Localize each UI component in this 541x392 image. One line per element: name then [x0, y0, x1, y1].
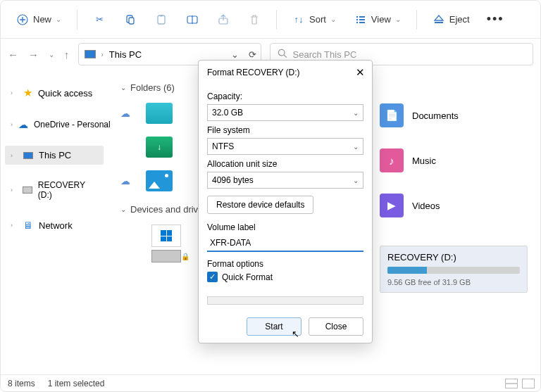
- volume-label-input[interactable]: [207, 235, 363, 252]
- chevron-right-icon: ›: [11, 186, 17, 194]
- drive-capacity-bar: [387, 267, 520, 274]
- filesystem-value: NTFS: [212, 141, 234, 151]
- copy-button[interactable]: [117, 9, 144, 30]
- close-button[interactable]: ✕: [356, 66, 365, 79]
- breadcrumb-location: This PC: [109, 49, 142, 60]
- drive-name: RECOVERY (D:): [387, 252, 520, 263]
- chevron-down-icon: ⌄: [330, 15, 336, 23]
- up-button[interactable]: ↑: [64, 49, 70, 61]
- quick-format-row[interactable]: ✓ Quick Format: [207, 272, 363, 282]
- tiles-view-button[interactable]: [522, 379, 535, 388]
- video-icon: ▶: [380, 194, 404, 217]
- svg-rect-10: [359, 19, 365, 20]
- alloc-select[interactable]: 4096 bytes ⌄: [207, 172, 363, 189]
- download-icon: ↓: [157, 142, 161, 152]
- sidebar-item-quick-access[interactable]: › ★ Quick access: [5, 82, 104, 103]
- ssd-tile[interactable]: [151, 250, 181, 263]
- svg-point-14: [278, 49, 285, 56]
- filesystem-select[interactable]: NTFS ⌄: [207, 138, 363, 155]
- star-icon: ★: [23, 87, 32, 99]
- eject-icon: [433, 13, 445, 26]
- delete-button[interactable]: [241, 9, 268, 30]
- svg-point-7: [356, 15, 358, 17]
- recovery-drive-card[interactable]: RECOVERY (D:) 9.56 GB free of 31.9 GB: [380, 246, 528, 293]
- forward-button[interactable]: →: [28, 49, 39, 61]
- item-label: Music: [412, 156, 436, 166]
- back-button[interactable]: ←: [8, 49, 18, 61]
- svg-point-9: [356, 18, 358, 20]
- sidebar-item-recovery[interactable]: › RECOVERY (D:): [5, 176, 104, 204]
- chevron-right-icon: ›: [101, 51, 104, 58]
- alloc-value: 4096 bytes: [212, 175, 254, 185]
- search-placeholder: Search This PC: [293, 49, 357, 60]
- quick-format-label: Quick Format: [222, 272, 273, 282]
- paste-button[interactable]: [148, 9, 175, 30]
- documents-icon: 📄: [380, 103, 404, 127]
- desktop-folder[interactable]: [146, 103, 173, 124]
- refresh-button[interactable]: ⟳: [249, 49, 256, 60]
- plus-icon: [16, 13, 29, 26]
- right-panel: 📄 Documents ♪ Music ▶ Videos RECOVERY (D…: [380, 103, 528, 293]
- format-dialog: Format RECOVERY (D:) ✕ Capacity: 32.0 GB…: [198, 60, 373, 343]
- sidebar-item-network[interactable]: › 🖥 Network: [5, 215, 104, 235]
- chevron-down-icon: ⌄: [120, 206, 126, 213]
- new-button[interactable]: New ⌄: [9, 9, 68, 30]
- share-button[interactable]: [210, 9, 237, 30]
- chevron-right-icon: ›: [11, 222, 18, 229]
- close-dialog-button[interactable]: Close: [309, 317, 363, 336]
- chevron-down-icon: ⌄: [395, 15, 401, 23]
- nav-arrows: ← → ⌄ ↑: [8, 49, 70, 61]
- view-button[interactable]: View ⌄: [347, 9, 408, 30]
- toolbar: New ⌄ ✂ ↑↓ Sort ⌄ View ⌄ Eject •••: [1, 1, 540, 39]
- music-icon: ♪: [380, 148, 404, 172]
- filesystem-label: File system: [207, 125, 363, 135]
- music-folder[interactable]: ♪ Music: [380, 148, 528, 172]
- chevron-down-icon: ⌄: [353, 143, 359, 151]
- section-label: Folders (6): [130, 82, 175, 93]
- drive-free-text: 9.56 GB free of 31.9 GB: [387, 278, 520, 286]
- sort-button[interactable]: ↑↓ Sort ⌄: [285, 9, 343, 30]
- capacity-label: Capacity:: [207, 91, 363, 101]
- trash-icon: [248, 13, 261, 26]
- paste-icon: [155, 13, 168, 26]
- svg-rect-13: [435, 22, 443, 23]
- rename-button[interactable]: [179, 9, 206, 30]
- chevron-down-icon[interactable]: ⌄: [231, 49, 239, 60]
- capacity-select[interactable]: 32.0 GB ⌄: [207, 104, 363, 121]
- local-disk-c[interactable]: [151, 225, 181, 247]
- chevron-right-icon: ›: [11, 89, 18, 96]
- chevron-down-icon: ⌄: [56, 15, 61, 23]
- checkbox-checked-icon: ✓: [207, 272, 218, 282]
- format-options-label: Format options: [207, 259, 363, 269]
- cut-button[interactable]: ✂: [86, 9, 113, 30]
- eject-button[interactable]: Eject: [425, 9, 477, 30]
- status-selected: 1 item selected: [48, 379, 105, 388]
- sync-icon: ☁: [120, 108, 132, 119]
- sidebar-item-onedrive[interactable]: › ☁ OneDrive - Personal: [5, 115, 104, 134]
- downloads-folder[interactable]: ↓: [146, 137, 173, 158]
- sort-label: Sort: [309, 14, 326, 25]
- svg-rect-8: [359, 16, 365, 18]
- volume-label-label: Volume label: [207, 222, 363, 232]
- details-view-button[interactable]: [505, 379, 518, 388]
- pc-icon: [85, 50, 96, 58]
- svg-rect-12: [359, 22, 365, 23]
- copy-icon: [124, 13, 137, 26]
- svg-rect-4: [160, 15, 163, 17]
- chevron-right-icon: ›: [11, 121, 13, 128]
- scissors-icon: ✂: [93, 13, 106, 26]
- sidebar-label: RECOVERY (D:): [38, 180, 98, 200]
- pictures-folder[interactable]: [146, 170, 173, 191]
- recent-button[interactable]: ⌄: [49, 51, 54, 58]
- sidebar-item-this-pc[interactable]: › This PC: [5, 146, 104, 165]
- more-button[interactable]: •••: [481, 9, 510, 30]
- restore-defaults-button[interactable]: Restore device defaults: [207, 196, 313, 214]
- sync-icon: ☁: [120, 175, 132, 186]
- capacity-value: 32.0 GB: [212, 108, 243, 118]
- sidebar: › ★ Quick access › ☁ OneDrive - Personal…: [1, 70, 108, 374]
- videos-folder[interactable]: ▶ Videos: [380, 194, 528, 217]
- sort-icon: ↑↓: [292, 13, 305, 26]
- cursor-icon: ↖: [292, 329, 299, 339]
- item-label: Videos: [412, 201, 440, 211]
- documents-folder[interactable]: 📄 Documents: [380, 103, 528, 127]
